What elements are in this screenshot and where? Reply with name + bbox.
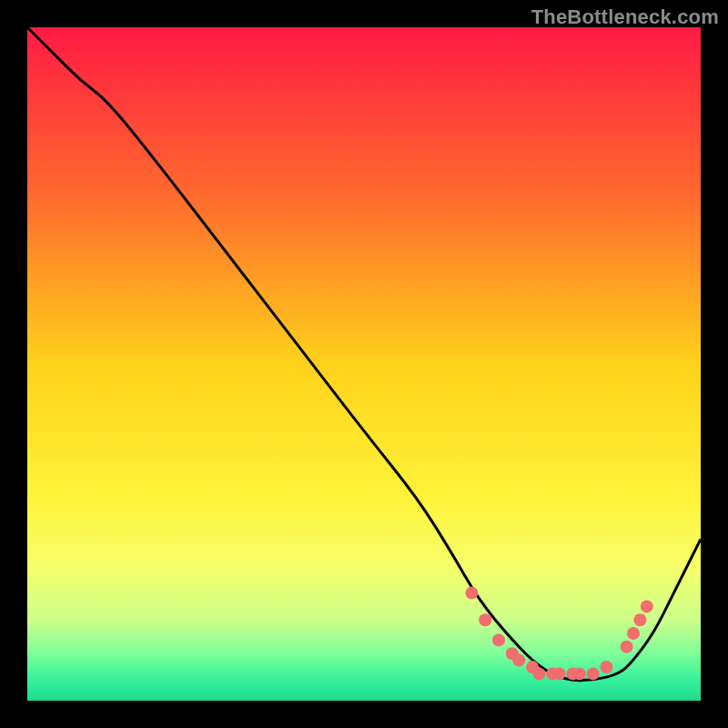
marker-dot <box>532 667 545 680</box>
marker-dot <box>553 667 566 680</box>
marker-dot <box>621 641 633 653</box>
chart-frame: TheBottleneck.com <box>0 0 728 728</box>
marker-dot <box>512 654 525 667</box>
marker-dot <box>573 667 586 680</box>
marker-dot <box>587 667 600 680</box>
marker-dot <box>600 661 612 673</box>
marker-dot <box>627 627 640 640</box>
marker-dot <box>641 600 653 612</box>
marker-dot <box>479 613 491 626</box>
watermark-label: TheBottleneck.com <box>531 5 719 29</box>
marker-dot <box>492 633 505 646</box>
marker-dot <box>633 613 646 626</box>
plot-area <box>27 27 701 701</box>
chart-svg <box>27 27 701 701</box>
marker-dot <box>465 587 478 600</box>
